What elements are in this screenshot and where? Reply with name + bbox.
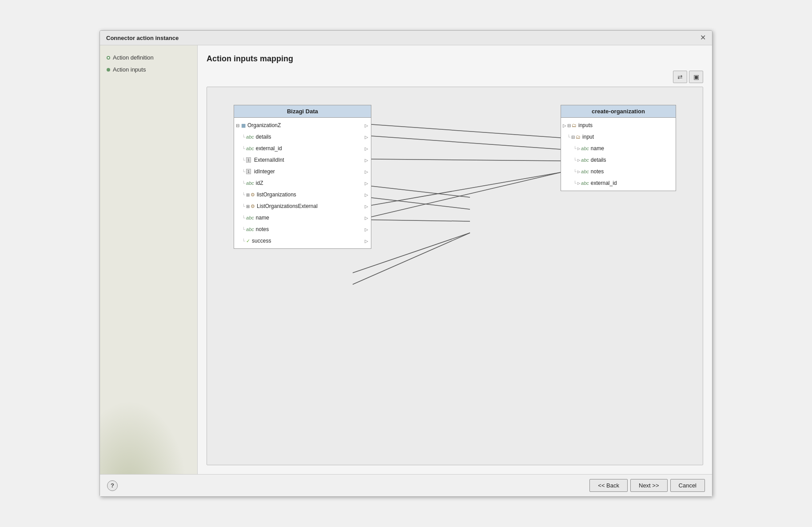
create-org-table: create-organization ▷ ⊟ 🗂 inputs bbox=[561, 105, 676, 191]
table-row: └ 1 ExternalIdInt ▷ bbox=[234, 154, 371, 166]
table-row: └ 1 idInteger ▷ bbox=[234, 166, 371, 177]
arrow-left: ▷ bbox=[577, 158, 580, 162]
svg-line-7 bbox=[371, 159, 561, 161]
arrow-icon: ▷ bbox=[365, 123, 368, 128]
row-label: idZ bbox=[256, 180, 365, 186]
table-row: └ ⊟ 🗂 input bbox=[561, 131, 676, 143]
abc-icon: abc bbox=[581, 157, 589, 163]
table-row: └ ▷ abc name bbox=[561, 143, 676, 154]
help-button[interactable]: ? bbox=[107, 480, 118, 491]
tree-line: └ bbox=[567, 135, 570, 140]
sidebar-item-label: Action definition bbox=[113, 54, 154, 61]
dialog-body: Action definition Action inputs Action i… bbox=[100, 45, 712, 474]
abc-icon: abc bbox=[246, 227, 254, 232]
folder-icon: 🗂 bbox=[572, 123, 577, 128]
table-row: └ ▷ abc notes bbox=[561, 166, 676, 177]
folder-icon: ⚙ bbox=[251, 204, 255, 209]
expand-icon: ⊟ bbox=[571, 135, 575, 140]
arrow-left: ▷ bbox=[577, 147, 580, 151]
tree-line: └ bbox=[242, 146, 245, 151]
create-table-header: create-organization bbox=[561, 105, 676, 118]
abc-icon: abc bbox=[246, 215, 254, 220]
row-label: notes bbox=[256, 226, 365, 232]
bizagi-data-table: Bizagi Data ⊟ ▦ OrganizationZ ▷ bbox=[234, 105, 371, 249]
row-label: ExternalIdInt bbox=[254, 157, 365, 163]
tree-line: └ bbox=[242, 239, 245, 244]
table-row: └ ⊞ ⚙ ListOrganizationsExternal ▷ bbox=[234, 200, 371, 212]
tree-line: └ bbox=[242, 169, 245, 174]
arrow-icon: ▷ bbox=[365, 181, 368, 186]
table-row: └ ✓ success ▷ bbox=[234, 235, 371, 247]
arrow-icon: ▷ bbox=[365, 239, 368, 244]
connection-lines bbox=[371, 105, 561, 283]
row-label: notes bbox=[591, 168, 673, 175]
arrow-icon: ▷ bbox=[365, 158, 368, 163]
row-label: listOrganizations bbox=[257, 192, 365, 198]
arrow-icon: ▷ bbox=[365, 204, 368, 209]
collapse-icon: ⊟ bbox=[236, 123, 239, 128]
check-icon: ✓ bbox=[246, 238, 250, 244]
bizagi-table-header: Bizagi Data bbox=[234, 105, 371, 118]
mapping-icon: ⇄ bbox=[677, 73, 683, 80]
table-row: └ abc details ▷ bbox=[234, 131, 371, 143]
row-label: details bbox=[256, 134, 365, 140]
table-row: └ ▷ abc external_id bbox=[561, 177, 676, 189]
close-button[interactable]: ✕ bbox=[700, 34, 706, 41]
num-icon: 1 bbox=[246, 169, 251, 174]
folder-icon: ⚙ bbox=[251, 192, 255, 198]
row-label: input bbox=[582, 134, 673, 140]
table-row: └ abc name ▷ bbox=[234, 212, 371, 224]
expand-icon: ⊞ bbox=[246, 204, 250, 209]
next-button[interactable]: Next >> bbox=[630, 479, 668, 492]
footer-buttons: << Back Next >> Cancel bbox=[589, 479, 705, 492]
tree-line: └ bbox=[573, 169, 577, 174]
abc-icon: abc bbox=[581, 180, 589, 186]
dialog-footer: ? << Back Next >> Cancel bbox=[100, 474, 712, 496]
svg-line-5 bbox=[371, 124, 561, 138]
arrow-icon: ▷ bbox=[365, 169, 368, 174]
arrow-icon: ▷ bbox=[365, 227, 368, 232]
tree-line: └ bbox=[242, 216, 245, 220]
sidebar-item-label: Action inputs bbox=[113, 66, 146, 73]
arrow-icon: ▷ bbox=[365, 216, 368, 220]
bullet-icon bbox=[107, 56, 110, 60]
tree-line: └ bbox=[573, 181, 577, 186]
table-icon: ▦ bbox=[241, 123, 246, 128]
num-icon: 1 bbox=[246, 157, 251, 163]
tree-line: └ bbox=[242, 158, 245, 163]
bullet-icon bbox=[107, 68, 110, 72]
svg-line-8 bbox=[371, 172, 561, 205]
row-label: inputs bbox=[578, 122, 673, 128]
row-label: external_id bbox=[256, 145, 365, 152]
mapping-area[interactable]: Bizagi Data ⊟ ▦ OrganizationZ ▷ bbox=[207, 87, 703, 465]
toolbar: ⇄ ▣ bbox=[207, 71, 703, 83]
bizagi-table-rows: ⊟ ▦ OrganizationZ ▷ └ abc details ▷ bbox=[234, 118, 371, 248]
collapse-icon: ▷ bbox=[563, 123, 566, 128]
svg-line-9 bbox=[371, 172, 561, 217]
connector-dialog: Connector action instance ✕ Action defin… bbox=[100, 30, 712, 497]
layout-icon: ▣ bbox=[693, 73, 699, 80]
arrow-icon: ▷ bbox=[365, 135, 368, 140]
tree-line: └ bbox=[573, 146, 577, 151]
dialog-title: Connector action instance bbox=[106, 35, 179, 41]
abc-icon: abc bbox=[581, 169, 589, 174]
layout-button[interactable]: ▣ bbox=[689, 71, 703, 83]
svg-line-6 bbox=[371, 136, 561, 149]
back-button[interactable]: << Back bbox=[589, 479, 628, 492]
folder-icon: 🗂 bbox=[576, 134, 581, 140]
sidebar-item-action-definition[interactable]: Action definition bbox=[107, 54, 191, 61]
sidebar-item-action-inputs[interactable]: Action inputs bbox=[107, 66, 191, 73]
table-row: └ ▷ abc details bbox=[561, 154, 676, 166]
tree-line: └ bbox=[242, 227, 245, 232]
row-label: ListOrganizationsExternal bbox=[257, 203, 365, 209]
sidebar: Action definition Action inputs bbox=[100, 45, 198, 474]
abc-icon: abc bbox=[246, 180, 254, 186]
tree-line: └ bbox=[242, 181, 245, 186]
abc-icon: abc bbox=[246, 134, 254, 140]
cancel-button[interactable]: Cancel bbox=[670, 479, 705, 492]
row-label: OrganizationZ bbox=[247, 122, 365, 128]
tree-line: └ bbox=[242, 135, 245, 140]
mapping-button[interactable]: ⇄ bbox=[673, 71, 687, 83]
title-bar: Connector action instance ✕ bbox=[100, 31, 712, 45]
arrow-left: ▷ bbox=[577, 170, 580, 174]
